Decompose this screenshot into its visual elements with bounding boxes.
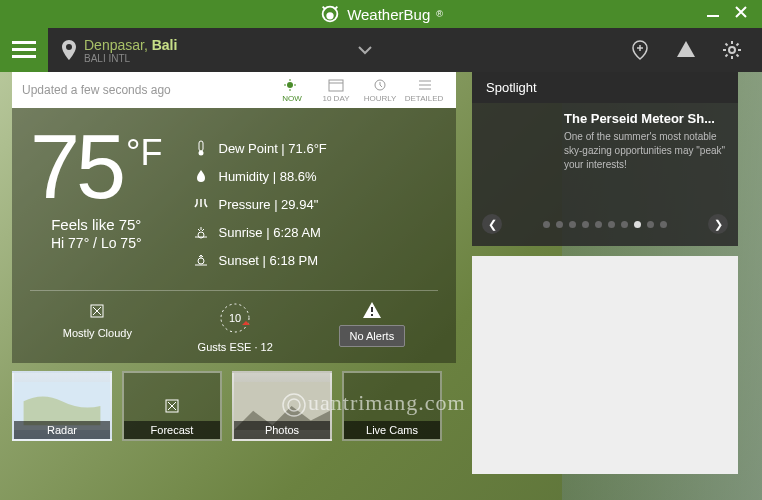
pressure-icon xyxy=(193,196,209,212)
thumb-radar[interactable]: Radar xyxy=(12,371,112,441)
location-bar: Denpasar, Bali BALI INTL xyxy=(0,28,762,72)
temperature-unit: °F xyxy=(126,132,162,174)
alerts-text: No Alerts xyxy=(339,325,406,347)
feels-like: Feels like 75° xyxy=(30,216,163,233)
station-name: BALI INTL xyxy=(84,53,177,64)
minimize-icon[interactable] xyxy=(706,5,720,19)
svg-rect-5 xyxy=(707,15,719,17)
updated-text: Updated a few seconds ago xyxy=(22,83,270,97)
sunrise: Sunrise | 6:28 AM xyxy=(219,225,321,240)
svg-rect-8 xyxy=(12,55,36,58)
dot[interactable] xyxy=(569,221,576,228)
svg-point-9 xyxy=(729,47,735,53)
svg-line-14 xyxy=(726,44,728,46)
dot[interactable] xyxy=(608,221,615,228)
spotlight-dots xyxy=(543,221,667,228)
droplet-icon xyxy=(193,168,209,184)
svg-line-4 xyxy=(335,7,338,10)
svg-rect-38 xyxy=(371,307,373,312)
thermometer-icon xyxy=(193,140,209,156)
sun-icon xyxy=(283,78,301,92)
svg-line-17 xyxy=(737,44,739,46)
svg-point-2 xyxy=(326,12,333,19)
spotlight-header: Spotlight xyxy=(472,72,738,103)
spotlight-next[interactable]: ❯ xyxy=(708,214,728,234)
watermark: uantrimang.com xyxy=(280,390,466,419)
app-root: WeatherBug® Denpasar, Bali BALI INTL Upd… xyxy=(0,0,762,500)
thumb-photos-label: Photos xyxy=(234,421,330,439)
menu-button[interactable] xyxy=(0,28,48,72)
gear-icon[interactable] xyxy=(722,40,742,60)
title-bar: WeatherBug® xyxy=(0,0,762,28)
dot-active[interactable] xyxy=(634,221,641,228)
humidity: Humidity | 88.6% xyxy=(219,169,317,184)
tab-hourly[interactable]: HOURLY xyxy=(358,78,402,103)
alert-icon xyxy=(362,301,382,319)
dot[interactable] xyxy=(556,221,563,228)
spotlight-desc: One of the summer's most notable sky-gaz… xyxy=(482,130,728,180)
spotlight-prev[interactable]: ❮ xyxy=(482,214,502,234)
dew-point: Dew Point | 71.6°F xyxy=(219,141,327,156)
hi-lo: Hi 77° / Lo 75° xyxy=(30,235,163,251)
add-location-icon[interactable] xyxy=(630,40,650,60)
registered-mark: ® xyxy=(436,9,443,19)
svg-rect-6 xyxy=(12,41,36,44)
clock-icon xyxy=(371,78,389,92)
svg-line-15 xyxy=(737,55,739,57)
svg-line-16 xyxy=(726,55,728,57)
svg-point-44 xyxy=(283,394,305,416)
tab-now[interactable]: NOW xyxy=(270,78,314,103)
wind-value: 10 xyxy=(229,312,241,324)
app-logo: WeatherBug® xyxy=(319,3,443,25)
svg-point-18 xyxy=(287,82,293,88)
calendar-icon xyxy=(327,78,345,92)
svg-rect-23 xyxy=(329,80,343,91)
tabs-row: Updated a few seconds ago NOW 10 DAY HOU… xyxy=(12,72,456,108)
bug-icon xyxy=(319,3,341,25)
svg-rect-39 xyxy=(371,314,373,316)
thumb-forecast[interactable]: Forecast xyxy=(122,371,222,441)
tab-detailed[interactable]: DETAILED xyxy=(402,78,446,103)
cloudy-icon xyxy=(87,301,107,321)
svg-rect-29 xyxy=(199,141,203,151)
chevron-down-icon[interactable] xyxy=(357,45,373,55)
sunset-icon xyxy=(193,252,209,268)
city-name: Denpasar, xyxy=(84,37,148,53)
dot[interactable] xyxy=(647,221,654,228)
svg-point-30 xyxy=(198,151,203,156)
thumb-forecast-label: Forecast xyxy=(124,421,220,439)
svg-rect-7 xyxy=(12,48,36,51)
spotlight-card[interactable]: The Perseid Meteor Sh... One of the summ… xyxy=(472,103,738,246)
dot[interactable] xyxy=(595,221,602,228)
list-icon xyxy=(415,78,433,92)
sunrise-icon xyxy=(193,224,209,240)
temperature-value: 75 xyxy=(30,122,122,212)
hamburger-icon xyxy=(12,41,36,59)
tab-10day[interactable]: 10 DAY xyxy=(314,78,358,103)
thumb-livecams-label: Live Cams xyxy=(344,421,440,439)
location-pin-icon xyxy=(62,40,76,60)
forecast-icon xyxy=(162,396,182,416)
dot[interactable] xyxy=(543,221,550,228)
svg-marker-37 xyxy=(242,321,250,325)
alert-triangle-icon[interactable] xyxy=(676,40,696,58)
condition-cell: Mostly Cloudy xyxy=(63,301,132,353)
svg-point-33 xyxy=(198,258,204,264)
alerts-cell[interactable]: No Alerts xyxy=(339,301,406,353)
dot[interactable] xyxy=(660,221,667,228)
svg-line-3 xyxy=(323,7,326,10)
svg-point-45 xyxy=(288,399,300,411)
wind-cell: 10 Gusts ESE · 12 xyxy=(198,301,273,353)
close-icon[interactable] xyxy=(734,5,748,19)
dot[interactable] xyxy=(621,221,628,228)
dot[interactable] xyxy=(582,221,589,228)
wind-text: Gusts ESE · 12 xyxy=(198,341,273,353)
wind-dial-icon: 10 xyxy=(218,301,252,335)
thumb-radar-label: Radar xyxy=(14,421,110,439)
sunset: Sunset | 6:18 PM xyxy=(219,253,319,268)
app-name-text: WeatherBug xyxy=(347,6,430,23)
weather-card: 75 °F Feels like 75° Hi 77° / Lo 75° Dew… xyxy=(12,108,456,363)
spotlight-title: The Perseid Meteor Sh... xyxy=(482,111,728,126)
location-selector[interactable]: Denpasar, Bali BALI INTL xyxy=(84,37,177,64)
region-name: Bali xyxy=(152,37,178,53)
